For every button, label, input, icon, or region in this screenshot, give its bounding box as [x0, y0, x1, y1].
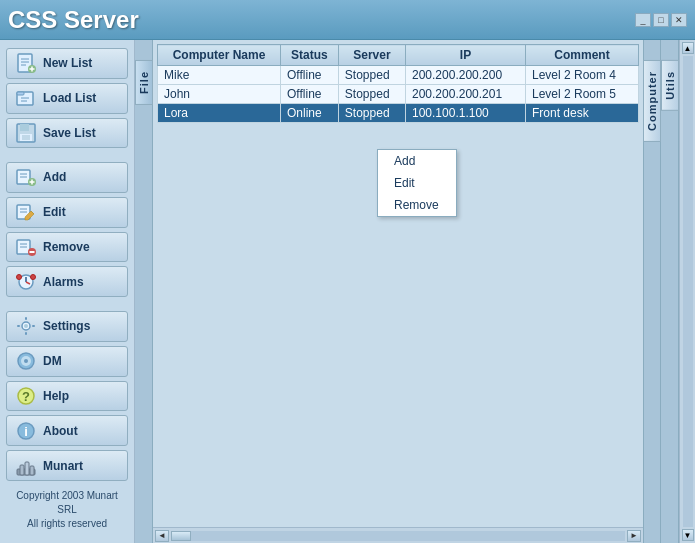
table-row[interactable]: Lora Online Stopped 100.100.1.100 Front …: [158, 104, 639, 123]
window-controls: _ □ ✕: [635, 13, 687, 27]
about-label: About: [43, 424, 78, 438]
settings-icon: [15, 315, 37, 337]
cell-status: Offline: [281, 85, 339, 104]
new-list-button[interactable]: New List: [6, 48, 128, 79]
load-list-icon: [15, 87, 37, 109]
computer-tab-panel: Computer: [643, 40, 661, 543]
scroll-left-button[interactable]: ◄: [155, 530, 169, 542]
cell-comment: Level 2 Room 5: [526, 85, 639, 104]
file-tab-panel: File: [135, 40, 153, 543]
scroll-up-button[interactable]: ▲: [682, 42, 694, 54]
cell-name: Lora: [158, 104, 281, 123]
scroll-right-button[interactable]: ►: [627, 530, 641, 542]
remove-label: Remove: [43, 240, 90, 254]
settings-label: Settings: [43, 319, 90, 333]
tab-container: File Computer Name Status Server IP Comm…: [135, 40, 695, 543]
svg-rect-41: [32, 325, 35, 327]
svg-rect-50: [20, 465, 24, 475]
cell-server: Stopped: [338, 66, 405, 85]
cell-name: Mike: [158, 66, 281, 85]
cell-status: Online: [281, 104, 339, 123]
maximize-button[interactable]: □: [653, 13, 669, 27]
col-comment[interactable]: Comment: [526, 45, 639, 66]
minimize-button[interactable]: _: [635, 13, 651, 27]
load-list-button[interactable]: Load List: [6, 83, 128, 114]
munart-icon: [15, 455, 37, 477]
svg-rect-12: [20, 124, 29, 131]
divider-1: [6, 152, 128, 158]
ctx-edit[interactable]: Edit: [378, 172, 456, 194]
col-status[interactable]: Status: [281, 45, 339, 66]
svg-rect-39: [25, 332, 27, 335]
ctx-add[interactable]: Add: [378, 150, 456, 172]
context-menu: Add Edit Remove: [377, 149, 457, 217]
remove-icon: [15, 236, 37, 258]
utils-tab-panel: Utils: [661, 40, 679, 543]
cell-comment: Front desk: [526, 104, 639, 123]
ctx-remove[interactable]: Remove: [378, 194, 456, 216]
svg-rect-40: [17, 325, 20, 327]
svg-rect-38: [25, 317, 27, 320]
cell-name: John: [158, 85, 281, 104]
dm-icon: [15, 350, 37, 372]
svg-rect-8: [17, 92, 24, 95]
save-list-icon: [15, 122, 37, 144]
edit-button[interactable]: Edit: [6, 197, 128, 228]
save-list-button[interactable]: Save List: [6, 118, 128, 149]
scroll-track[interactable]: [171, 531, 625, 541]
computer-table: Computer Name Status Server IP Comment M…: [157, 44, 639, 123]
alarms-button[interactable]: Alarms: [6, 266, 128, 297]
cell-server: Stopped: [338, 104, 405, 123]
svg-point-44: [24, 359, 28, 363]
new-list-label: New List: [43, 56, 92, 70]
alarms-label: Alarms: [43, 275, 84, 289]
help-label: Help: [43, 389, 69, 403]
svg-point-34: [17, 274, 22, 279]
left-sidebar: New List Load List: [0, 40, 135, 543]
title-bar: CSS Server _ □ ✕: [0, 0, 695, 40]
col-server[interactable]: Server: [338, 45, 405, 66]
col-ip[interactable]: IP: [406, 45, 526, 66]
computer-tab[interactable]: Computer: [643, 60, 661, 142]
new-list-icon: [15, 52, 37, 74]
close-button[interactable]: ✕: [671, 13, 687, 27]
scroll-thumb[interactable]: [171, 531, 191, 541]
right-scroll-track[interactable]: [683, 56, 693, 527]
edit-label: Edit: [43, 205, 66, 219]
utils-tab[interactable]: Utils: [661, 60, 679, 111]
help-icon: ?: [15, 385, 37, 407]
cell-comment: Level 2 Room 4: [526, 66, 639, 85]
file-tab[interactable]: File: [135, 60, 153, 105]
table-container: Computer Name Status Server IP Comment M…: [157, 44, 639, 523]
cell-server: Stopped: [338, 85, 405, 104]
help-button[interactable]: ? Help: [6, 381, 128, 412]
remove-button[interactable]: Remove: [6, 232, 128, 263]
cell-ip: 100.100.1.100: [406, 104, 526, 123]
scroll-down-button[interactable]: ▼: [682, 529, 694, 541]
add-button[interactable]: Add: [6, 162, 128, 193]
content-area: Computer Name Status Server IP Comment M…: [153, 40, 643, 543]
svg-rect-14: [22, 135, 30, 140]
munart-button[interactable]: Munart: [6, 450, 128, 481]
edit-icon: [15, 201, 37, 223]
right-scrollbar: ▲ ▼: [679, 40, 695, 543]
load-list-label: Load List: [43, 91, 96, 105]
alarms-icon: [15, 271, 37, 293]
divider-2: [6, 301, 128, 307]
svg-text:?: ?: [22, 389, 30, 404]
add-icon: [15, 166, 37, 188]
copyright-text: Copyright 2003 Munart SRL All rights res…: [6, 485, 128, 535]
table-body: Mike Offline Stopped 200.200.200.200 Lev…: [158, 66, 639, 123]
about-button[interactable]: i About: [6, 415, 128, 446]
col-computer-name[interactable]: Computer Name: [158, 45, 281, 66]
main-container: New List Load List: [0, 40, 695, 543]
settings-button[interactable]: Settings: [6, 311, 128, 342]
table-header-row: Computer Name Status Server IP Comment: [158, 45, 639, 66]
dm-button[interactable]: DM: [6, 346, 128, 377]
svg-rect-51: [25, 462, 29, 475]
svg-point-37: [24, 324, 28, 328]
table-row[interactable]: John Offline Stopped 200.200.200.201 Lev…: [158, 85, 639, 104]
table-row[interactable]: Mike Offline Stopped 200.200.200.200 Lev…: [158, 66, 639, 85]
bottom-scrollbar: ◄ ►: [153, 527, 643, 543]
munart-label: Munart: [43, 459, 83, 473]
